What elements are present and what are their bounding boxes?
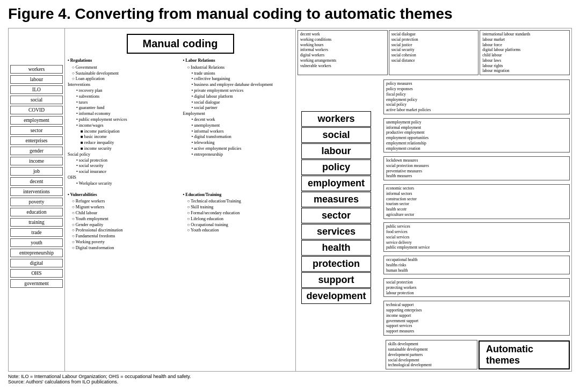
theme-box: measures (301, 192, 371, 207)
keyword-box: interventions (10, 187, 63, 196)
mc-col-1: • Regulations○ Government○ Sustainable d… (68, 58, 178, 187)
left-sidebar: workerslabourILOsocialCOVIDemploymentsec… (9, 28, 65, 371)
vuln-item: ○ Fundamental freedoms (72, 234, 178, 239)
mc-item: • taxes (76, 100, 178, 106)
vuln-item: ○ Youth employment (72, 216, 178, 222)
mc-item: ■ income participation (81, 129, 178, 135)
mc-item: • social dialogue (192, 100, 293, 106)
mc-item: ■ reduce inequality (81, 140, 178, 146)
vuln-item: ○ Child labour (72, 210, 178, 216)
right-boxes-col: policy measurespolicy responsesfiscal po… (382, 77, 571, 338)
mc-item: • recovery plan (76, 88, 178, 94)
mc-item: ○ Sustainable development (72, 71, 178, 77)
vuln-item: ○ Digital transformation (72, 245, 178, 251)
mc-item: • public employment services (76, 117, 178, 123)
mc-item: OHS (68, 175, 178, 181)
keyword-box: OHS (10, 269, 63, 278)
auto-themes-label: Automatic themes (479, 340, 570, 369)
mc-item: • informal workers (192, 129, 293, 135)
top-box: international labour standardslabour mar… (480, 30, 570, 75)
edtrain-item: ○ Occupational training (187, 222, 293, 228)
mc-item: • social partner (192, 105, 293, 111)
right-box-health: occupational healthhealths riskshuman he… (383, 256, 570, 274)
edtrain-item: ○ Youth education (187, 228, 293, 234)
theme-box: services (301, 224, 371, 239)
keyword-box: labour (10, 75, 63, 84)
theme-box: policy (301, 159, 371, 175)
theme-box: support (301, 272, 371, 288)
mc-item: Interventions (68, 82, 178, 88)
keyword-box: education (10, 208, 63, 216)
mc-item: • income/wages (76, 123, 178, 129)
theme-box: workers (301, 111, 371, 127)
edtrain-item: ○ Lifelong education (187, 216, 293, 222)
edtrain-item: ○ Formal/secondary education (187, 210, 293, 216)
mc-item: • Workplace security (76, 181, 178, 187)
mc-item: • business and employee database develop… (192, 82, 293, 88)
vuln-section: • Vulnerabilities○ Refugee workers○ Migr… (68, 192, 293, 251)
keyword-box: COVID (10, 106, 63, 114)
keyword-box: social (10, 96, 63, 104)
keyword-box: enterprises (10, 136, 63, 145)
theme-box: health (301, 240, 371, 256)
keyword-box: sector (10, 126, 63, 135)
note-text: Note: ILO = International Labour Organiz… (8, 374, 572, 384)
bottom-box: skills developmentsustainable developmen… (386, 340, 478, 369)
keyword-box: entrepreneurship (10, 249, 63, 257)
top-boxes-row: decent workworking conditionsworking hou… (296, 28, 571, 77)
right-box-employment: unemployment policyinformal employmentpr… (383, 118, 570, 153)
mc-item: • collective bargaining (192, 76, 293, 82)
mc-item: • informal economy (76, 111, 178, 117)
mc-item: • social security (76, 163, 178, 169)
keyword-box: digital (10, 259, 63, 267)
keyword-box: trade (10, 228, 63, 237)
mc-item: • private employment services (192, 88, 293, 94)
theme-box: development (301, 288, 371, 304)
mc-item: ■ basic income (81, 134, 178, 140)
mc-item: • digital transformation (192, 134, 293, 140)
mc-item: • guarantee fund (76, 105, 178, 111)
right-panel: decent workworking conditionsworking hou… (296, 28, 571, 371)
keyword-box: gender (10, 147, 63, 155)
mc-item: ■ income security (81, 146, 178, 152)
keyword-box: workers (10, 65, 63, 74)
edtrain-item: ○ Technical education/Training (187, 199, 293, 205)
mc-item: • decent work (192, 117, 293, 123)
themes-col: workerssociallabourpolicyemploymentmeasu… (296, 77, 382, 338)
theme-box: sector (301, 208, 371, 223)
keyword-box: income (10, 157, 63, 165)
vuln-item: ○ Refugee workers (72, 199, 178, 205)
mc-item: Employment (183, 111, 293, 117)
keyword-box: ILO (10, 85, 63, 94)
right-box-policy: policy measurespolicy responsesfiscal po… (383, 79, 570, 114)
theme-box: employment (301, 176, 371, 191)
mc-item: ○ Government (72, 65, 178, 71)
vuln-item: ○ Professional discrimination (72, 228, 178, 234)
manual-coding-content: • Regulations○ Government○ Sustainable d… (68, 58, 293, 187)
mc-item: • digital labour platform (192, 94, 293, 100)
vuln-item: ○ Migrant workers (72, 205, 178, 210)
mc-item: • entrepreneurship (192, 152, 293, 158)
mc-col-2: • Labor Relations○ Industrial Relations•… (183, 58, 293, 187)
theme-box: labour (301, 143, 371, 159)
keyword-box: job (10, 167, 63, 176)
keyword-box: employment (10, 116, 63, 125)
mc-item: • subventions (76, 94, 178, 100)
top-box: decent workworking conditionsworking hou… (298, 30, 388, 75)
keyword-box: government (10, 279, 63, 288)
manual-coding-area: Manual coding • Regulations○ Government○… (65, 28, 296, 371)
mc-item: • social protection (76, 158, 178, 164)
mc-item: • active employment policies (192, 146, 293, 152)
page-title: Figure 4. Converting from manual coding … (8, 5, 572, 23)
mc-item: • social insurance (76, 169, 178, 175)
keyword-box: training (10, 218, 63, 227)
mc-item: Social policy (68, 152, 178, 158)
right-box-measures: lockdown measuressocial protection measu… (383, 156, 570, 180)
mid-section: workerssociallabourpolicyemploymentmeasu… (296, 77, 571, 338)
vuln-item: ○ Working poverty (72, 239, 178, 245)
keyword-box: decent (10, 177, 63, 186)
right-box-sector: economic sectorsinformal sectorsconstruc… (383, 184, 570, 219)
keyword-box: youth (10, 238, 63, 247)
mc-item: • teleworking (192, 140, 293, 146)
figure-area: workerslabourILOsocialCOVIDemploymentsec… (8, 28, 572, 372)
